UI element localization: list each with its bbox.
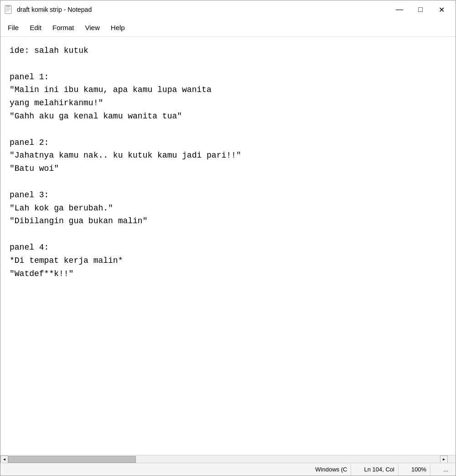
h-scroll-track [8, 456, 440, 463]
zoom-text: 100% [411, 466, 426, 473]
text-editor[interactable] [0, 37, 456, 455]
status-notifications: ... [440, 463, 452, 476]
window-title: draft komik strip - Notepad [17, 6, 389, 13]
status-position: Ln 104, Col [360, 463, 399, 476]
minimize-button[interactable]: — [389, 2, 410, 17]
menu-file[interactable]: File [2, 22, 24, 33]
close-button[interactable]: ✕ [431, 2, 452, 17]
position-text: Ln 104, Col [364, 466, 394, 473]
title-bar: draft komik strip - Notepad — □ ✕ [0, 0, 456, 19]
horizontal-scrollbar: ◄ ► [0, 455, 456, 463]
scroll-right-button[interactable]: ► [440, 456, 448, 463]
status-bar: Windows (C Ln 104, Col 100% ... [0, 463, 456, 476]
maximize-button[interactable]: □ [410, 2, 431, 17]
encoding-text: Windows (C [315, 466, 347, 473]
notepad-window: draft komik strip - Notepad — □ ✕ File E… [0, 0, 456, 476]
window-controls: — □ ✕ [389, 2, 452, 17]
menu-bar: File Edit Format View Help [0, 19, 456, 37]
menu-format[interactable]: Format [47, 22, 80, 33]
notifications-text: ... [443, 466, 448, 473]
scroll-corner [448, 456, 456, 463]
content-area [0, 37, 456, 455]
status-encoding: Windows (C [311, 463, 351, 476]
menu-edit[interactable]: Edit [24, 22, 47, 33]
scroll-left-button[interactable]: ◄ [0, 456, 8, 463]
menu-help[interactable]: Help [105, 22, 130, 33]
menu-view[interactable]: View [80, 22, 105, 33]
status-zoom: 100% [408, 463, 430, 476]
notepad-icon [4, 5, 13, 14]
text-area-wrapper [0, 37, 456, 455]
h-scroll-thumb[interactable] [8, 456, 136, 463]
svg-rect-1 [6, 5, 10, 7]
